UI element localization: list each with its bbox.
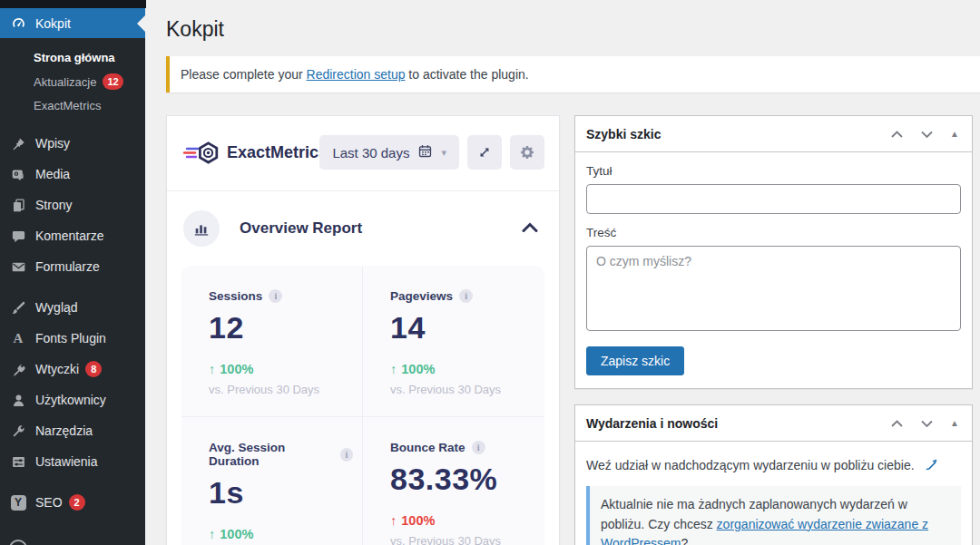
exactmetrics-brand-name: ExactMetrics [227, 143, 323, 162]
date-range-dropdown[interactable]: Last 30 days ▾ [319, 135, 459, 170]
exactmetrics-logo-icon [181, 132, 221, 172]
menu-separator [0, 282, 145, 292]
metric-value: 1s [209, 475, 353, 511]
submenu-item-aktualizacje[interactable]: Aktualizacje 12 [0, 69, 145, 94]
move-down-button[interactable] [918, 417, 936, 430]
sidebar-item-media[interactable]: Media [0, 159, 145, 190]
events-news-header: Wydarzenia i nowości ▲ [575, 405, 972, 442]
pages-icon [9, 196, 27, 214]
sidebar-item-fonts-plugin[interactable]: A Fonts Plugin [0, 323, 145, 354]
sidebar-item-wtyczki[interactable]: Wtyczki 8 [0, 354, 145, 384]
settings-gear-button[interactable] [510, 135, 544, 170]
calendar-icon [417, 143, 433, 161]
expand-report-button[interactable] [467, 135, 502, 170]
submenu-label: Strona główna [34, 51, 115, 64]
events-news-body: Weź udział w nadchodzącym wydarzeniu w p… [575, 442, 972, 545]
bar-chart-icon [183, 210, 220, 247]
sidebar-item-label: Kokpit [35, 16, 71, 31]
metric-delta: 100% [401, 513, 435, 528]
sidebar-item-wpisy[interactable]: Wpisy [0, 128, 145, 159]
pencil-icon [924, 458, 938, 472]
sidebar-item-label: Wtyczki [35, 362, 79, 376]
wrench-icon [9, 422, 27, 440]
info-icon[interactable]: i [459, 289, 473, 303]
metric-value: 14 [390, 310, 535, 345]
save-draft-button[interactable]: Zapisz szkic [586, 346, 684, 375]
yoast-icon: Y [9, 493, 27, 511]
metric-compare: vs. Previous 30 Days [209, 383, 353, 396]
trend-up-icon: ↑ [390, 513, 397, 528]
wordpress-dashboard: Kokpit Strona główna Aktualizacje 12 Exa… [0, 0, 980, 545]
chevron-down-icon [920, 130, 934, 139]
sidebar-item-label: Ustawienia [35, 454, 97, 469]
info-icon[interactable]: i [340, 448, 353, 462]
envelope-icon [9, 258, 27, 276]
overview-report-header: Overview Report [167, 191, 559, 265]
quick-draft-header: Szybki szkic ▲ [575, 116, 972, 152]
exactmetrics-controls: Last 30 days ▾ [319, 135, 544, 170]
sidebar-item-label: Wygląd [35, 300, 78, 315]
expand-icon [477, 145, 492, 160]
metric-avg-session-duration: Avg. Session Durationi 1s ↑100% vs. Prev… [181, 417, 363, 545]
toggle-panel-button[interactable]: ▲ [948, 416, 961, 430]
sidebar-item-uzytkownicy[interactable]: Użytkownicy [0, 384, 145, 415]
submenu-item-exactmetrics[interactable]: ExactMetrics [0, 94, 145, 117]
notice-text: ? [681, 536, 688, 545]
brush-icon [9, 298, 27, 316]
info-icon[interactable]: i [269, 289, 282, 303]
sidebar-item-label: Wpisy [35, 136, 70, 151]
plugin-icon [9, 360, 27, 378]
plugins-count-badge: 8 [85, 361, 102, 377]
sidebar-item-ustawienia[interactable]: Ustawienia [0, 446, 145, 477]
menu-separator [0, 477, 145, 487]
metric-label: Bounce Rate [390, 441, 466, 454]
draft-title-input[interactable] [586, 184, 961, 214]
sidebar-item-formularze[interactable]: Formularze [0, 251, 145, 282]
metric-compare: vs. Previous 30 Days [390, 383, 535, 396]
metric-label: Pageviews [390, 289, 453, 303]
events-news-title: Wydarzenia i nowości [586, 416, 888, 431]
move-up-button[interactable] [888, 417, 906, 430]
sidebar-item-strony[interactable]: Strony [0, 190, 145, 220]
chevron-down-icon: ▾ [441, 147, 446, 159]
sidebar-item-label: Komentarze [35, 229, 103, 243]
sidebar-item-label: Użytkownicy [35, 393, 106, 407]
submenu-item-strona-glowna[interactable]: Strona główna [0, 46, 145, 69]
metric-value: 83.33% [390, 462, 535, 497]
metric-compare: vs. Previous 30 Days [390, 534, 535, 545]
info-icon[interactable]: i [472, 441, 485, 454]
date-range-label: Last 30 days [332, 145, 409, 161]
kokpit-submenu: Strona główna Aktualizacje 12 ExactMetri… [0, 38, 145, 128]
trend-up-icon: ↑ [390, 362, 397, 376]
metric-label: Sessions [209, 289, 262, 303]
sidebar-item-label: Strony [35, 198, 72, 212]
move-up-button[interactable] [888, 128, 906, 141]
content-field-label: Treść [586, 226, 961, 239]
gear-icon [519, 144, 535, 161]
metric-delta: 100% [401, 362, 435, 376]
seo-count-badge: 2 [69, 494, 85, 511]
dashboard-icon [9, 15, 27, 33]
redirection-setup-link[interactable]: Redirection setup [307, 67, 406, 82]
settings-icon [9, 453, 27, 471]
edit-location-button[interactable] [922, 456, 940, 474]
exactmetrics-widget: ExactMetrics Last 30 days ▾ [166, 115, 560, 545]
quick-draft-panel: Szybki szkic ▲ Tytuł Treść [574, 115, 973, 389]
sidebar-item-wyglad[interactable]: Wygląd [0, 292, 145, 323]
collapse-report-button[interactable] [517, 218, 543, 240]
chevron-down-icon [920, 419, 934, 428]
sidebar-item-seo[interactable]: Y SEO 2 [0, 487, 145, 518]
page-title: Kokpit [166, 17, 973, 42]
metric-delta: 100% [220, 362, 253, 376]
toggle-panel-button[interactable]: ▲ [948, 127, 961, 141]
sidebar-item-komentarze[interactable]: Komentarze [0, 220, 145, 251]
move-down-button[interactable] [918, 128, 936, 141]
sidebar-item-label: Fonts Plugin [35, 331, 106, 345]
clipped-menu-icon [9, 540, 27, 545]
events-intro-text: Weź udział w nadchodzącym wydarzeniu w p… [586, 458, 915, 472]
sidebar-item-kokpit[interactable]: Kokpit [0, 8, 145, 38]
main-content: Kokpit Please complete your Redirection … [145, 0, 980, 545]
draft-content-textarea[interactable] [586, 246, 961, 331]
trend-up-icon: ↑ [209, 362, 215, 376]
sidebar-item-narzedzia[interactable]: Narzędzia [0, 415, 145, 446]
